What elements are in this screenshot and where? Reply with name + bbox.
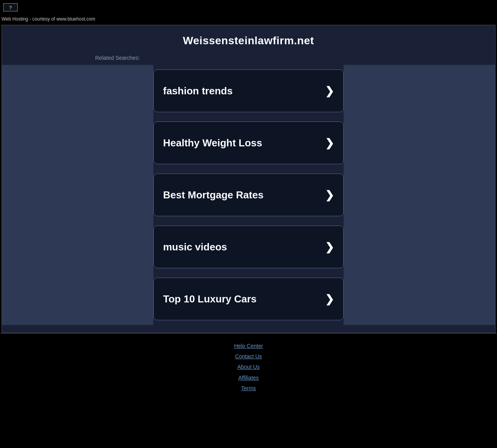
item-cell-4: music videos ❯ [153,221,344,273]
chevron-icon-3: ❯ [325,189,334,201]
search-row-1: fashion trends ❯ [2,65,495,117]
side-bg-right-4 [344,221,495,273]
item-cell-1: fashion trends ❯ [153,65,344,117]
search-item-fashion-trends[interactable]: fashion trends ❯ [153,69,344,112]
side-bg-left-2 [2,117,153,169]
search-item-label-1: fashion trends [163,85,233,97]
question-box-icon: ? [3,3,18,12]
side-bg-left-4 [2,221,153,273]
side-bg-left-3 [2,169,153,221]
footer: Help Center Contact Us About Us Affiliat… [0,333,497,397]
side-bg-right-3 [344,169,495,221]
search-row-4: music videos ❯ [2,221,495,273]
site-title: Weissensteinlawfirm.net [2,25,495,51]
chevron-icon-2: ❯ [325,137,334,149]
hosting-note: Web Hosting - courtesy of www.bluehost.c… [0,15,497,25]
search-item-healthy-weight-loss[interactable]: Healthy Weight Loss ❯ [153,122,344,164]
related-searches-label: Related Searches: [2,51,495,65]
footer-link-help-center[interactable]: Help Center [234,341,263,351]
chevron-icon-5: ❯ [325,293,334,306]
item-cell-2: Healthy Weight Loss ❯ [153,117,344,169]
footer-links: Help Center Contact Us About Us Affiliat… [0,341,497,393]
footer-link-contact-us[interactable]: Contact Us [235,352,262,361]
chevron-icon-1: ❯ [325,85,334,97]
footer-link-about-us[interactable]: About Us [237,362,260,372]
search-item-label-4: music videos [163,241,227,253]
search-row-5: Top 10 Luxury Cars ❯ [2,273,495,325]
side-bg-left-1 [2,65,153,117]
search-item-best-mortgage-rates[interactable]: Best Mortgage Rates ❯ [153,174,344,216]
search-row-3: Best Mortgage Rates ❯ [2,169,495,221]
search-item-music-videos[interactable]: music videos ❯ [153,226,344,268]
footer-link-terms[interactable]: Terms [241,384,256,393]
side-bg-right-5 [344,273,495,325]
main-container: Weissensteinlawfirm.net Related Searches… [2,25,495,333]
search-item-top-10-luxury-cars[interactable]: Top 10 Luxury Cars ❯ [153,278,344,320]
item-cell-5: Top 10 Luxury Cars ❯ [153,273,344,325]
search-item-label-2: Healthy Weight Loss [163,137,262,149]
item-cell-3: Best Mortgage Rates ❯ [153,169,344,221]
search-row-2: Healthy Weight Loss ❯ [2,117,495,169]
search-rows-section: fashion trends ❯ Healthy Weight Loss ❯ [2,65,495,325]
side-bg-right-2 [344,117,495,169]
search-item-label-3: Best Mortgage Rates [163,189,264,201]
search-item-label-5: Top 10 Luxury Cars [163,293,257,305]
side-bg-left-5 [2,273,153,325]
chevron-icon-4: ❯ [325,241,334,254]
top-bar: ? [0,0,497,15]
footer-link-affiliates[interactable]: Affiliates [238,373,259,383]
side-bg-right-1 [344,65,495,117]
